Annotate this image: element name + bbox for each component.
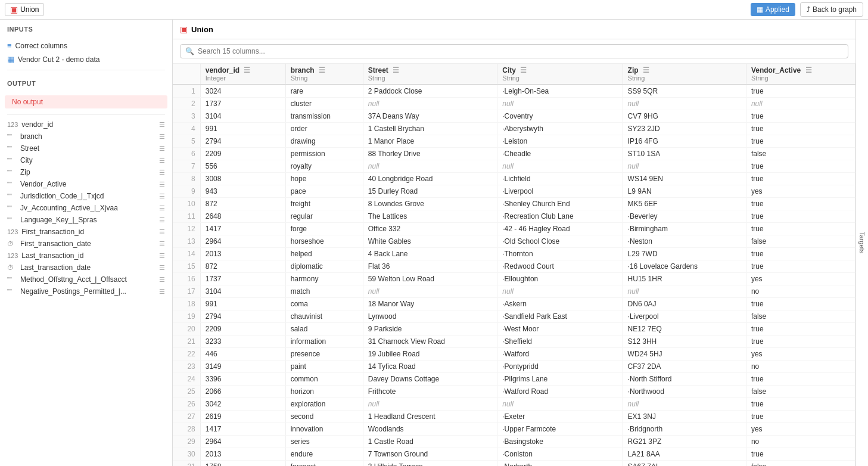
applied-button[interactable]: ▦ Applied xyxy=(751,3,795,16)
column-item: "" Negative_Postings_Permitted_|... ☰ xyxy=(0,285,172,297)
table-cell: ·42 - 46 Hagley Road xyxy=(497,223,623,235)
table-cell: exploration xyxy=(285,398,363,411)
table-cell: 2209 xyxy=(200,148,285,160)
filter-branch[interactable]: ☰ xyxy=(319,66,325,74)
col-filter-btn[interactable]: ☰ xyxy=(159,228,165,236)
search-bar: 🔍 xyxy=(173,39,855,64)
col-left: "" branch xyxy=(7,132,42,141)
col-filter-btn[interactable]: ☰ xyxy=(159,121,165,129)
table-cell: true xyxy=(746,398,855,411)
filter-city[interactable]: ☰ xyxy=(520,66,527,74)
col-filter-btn[interactable]: ☰ xyxy=(159,264,165,272)
table-cell: hope xyxy=(285,173,363,185)
table-cell: White Gables xyxy=(363,235,497,248)
table-row: 121417forgeOffice 332·42 - 46 Hagley Roa… xyxy=(173,223,855,235)
table-cell: L29 7WD xyxy=(623,248,746,260)
table-row: 192794chauvinistLynwood·Sandfield Park E… xyxy=(173,310,855,323)
col-name: Jurisdiction_Code_|_Txjcd xyxy=(20,192,104,200)
sidebar-item-vendor-cut[interactable]: ▦ Vendor Cut 2 - demo data xyxy=(0,52,172,66)
col-filter-btn[interactable]: ☰ xyxy=(159,192,165,200)
col-filter-btn[interactable]: ☰ xyxy=(159,216,165,224)
table-row: 4991order1 Castell Brychan·AberystwythSY… xyxy=(173,123,855,135)
col-name: branch xyxy=(20,132,42,141)
table-cell: horseshoe xyxy=(285,235,363,248)
table-cell: 943 xyxy=(200,185,285,198)
col-filter-btn[interactable]: ☰ xyxy=(159,276,165,284)
col-left: "" Jv_Accounting_Active_|_Xjvaa xyxy=(7,204,118,212)
col-filter-btn[interactable]: ☰ xyxy=(159,204,165,212)
col-filter-btn[interactable]: ☰ xyxy=(159,169,165,176)
col-filter-btn[interactable]: ☰ xyxy=(159,145,165,153)
column-item: "" Vendor_Active ☰ xyxy=(0,178,172,190)
table-cell: Lynwood xyxy=(363,310,497,323)
table-cell: false xyxy=(746,235,855,248)
table-cell: true xyxy=(746,210,855,223)
table-cell: 2964 xyxy=(200,436,285,448)
table-row: 243396commonDavey Downs Cottage·Pilgrims… xyxy=(173,373,855,386)
table-cell: Woodlands xyxy=(363,423,497,436)
column-item: "" Method_Offsttng_Acct_|_Offsacct ☰ xyxy=(0,274,172,285)
table-cell: WD24 5HJ xyxy=(623,348,746,361)
col-filter-btn[interactable]: ☰ xyxy=(159,288,165,296)
row-number: 23 xyxy=(173,361,200,373)
table-cell: null xyxy=(623,398,746,411)
table-cell: presence xyxy=(285,348,363,361)
output-title: Output xyxy=(7,80,165,87)
table-cell: harmony xyxy=(285,273,363,285)
table-cell: ·Liverpool xyxy=(623,310,746,323)
correct-columns-label: Correct columns xyxy=(15,42,67,50)
row-number: 17 xyxy=(173,285,200,298)
table-cell: ·Sandfield Park East xyxy=(497,310,623,323)
table-cell: 3104 xyxy=(200,285,285,298)
row-number: 14 xyxy=(173,248,200,260)
table-cell: L9 9AN xyxy=(623,185,746,198)
top-bar: ▣ Union ▦ Applied ⤴ Back to graph xyxy=(0,0,868,20)
row-number: 19 xyxy=(173,310,200,323)
filter-vendor-active[interactable]: ☰ xyxy=(805,66,812,74)
table-cell: yes xyxy=(746,185,855,198)
col-filter-btn[interactable]: ☰ xyxy=(159,181,165,188)
table-cell: 7 Townson Ground xyxy=(363,448,497,461)
col-filter-btn[interactable]: ☰ xyxy=(159,240,165,248)
table-cell: royalty xyxy=(285,160,363,173)
table-cell: ·Neston xyxy=(623,235,746,248)
table-cell: yes xyxy=(746,273,855,285)
content-header: ▣ Union xyxy=(173,20,855,39)
row-number: 31 xyxy=(173,461,200,467)
table-cell: series xyxy=(285,436,363,448)
table-cell: true xyxy=(746,411,855,423)
filter-street[interactable]: ☰ xyxy=(393,66,399,74)
table-row: 132964horseshoeWhite Gables·Old School C… xyxy=(173,235,855,248)
table-cell: HU15 1HR xyxy=(623,273,746,285)
table-cell: ·Lichfield xyxy=(497,173,623,185)
search-input[interactable] xyxy=(198,47,843,55)
table-cell: ·Leigh-On-Sea xyxy=(497,85,623,98)
table-cell: 1737 xyxy=(200,98,285,110)
col-name: Street xyxy=(20,144,39,153)
th-branch: branch ☰ String xyxy=(285,64,363,85)
targets-tab[interactable]: Targets xyxy=(855,20,868,466)
targets-label: Targets xyxy=(858,232,866,253)
back-to-graph-button[interactable]: ⤴ Back to graph xyxy=(800,2,863,17)
table-cell: paint xyxy=(285,361,363,373)
col-name: First_transaction_date xyxy=(20,240,91,248)
col-filter-btn[interactable]: ☰ xyxy=(159,133,165,141)
filter-zip[interactable]: ☰ xyxy=(643,66,649,74)
type-icon: 123 xyxy=(7,228,18,235)
table-cell: 872 xyxy=(200,260,285,273)
col-name: First_transaction_id xyxy=(21,228,84,236)
table-cell: NE12 7EQ xyxy=(623,323,746,335)
table-cell: order xyxy=(285,123,363,135)
search-input-wrap[interactable]: 🔍 xyxy=(180,44,848,58)
col-left: "" Method_Offsttng_Acct_|_Offsacct xyxy=(7,275,127,284)
table-cell: true xyxy=(746,160,855,173)
vendor-cut-label: Vendor Cut 2 - demo data xyxy=(18,55,99,64)
table-cell: forecast xyxy=(285,461,363,467)
col-left: "" Zip xyxy=(7,168,30,176)
col-filter-btn[interactable]: ☰ xyxy=(159,157,165,164)
sidebar-item-correct-columns[interactable]: ≡ Correct columns xyxy=(0,39,172,52)
filter-vendor-id[interactable]: ☰ xyxy=(244,66,250,74)
applied-icon: ▦ xyxy=(757,5,763,14)
table-cell: LA21 8AA xyxy=(623,448,746,461)
col-filter-btn[interactable]: ☰ xyxy=(159,252,165,260)
